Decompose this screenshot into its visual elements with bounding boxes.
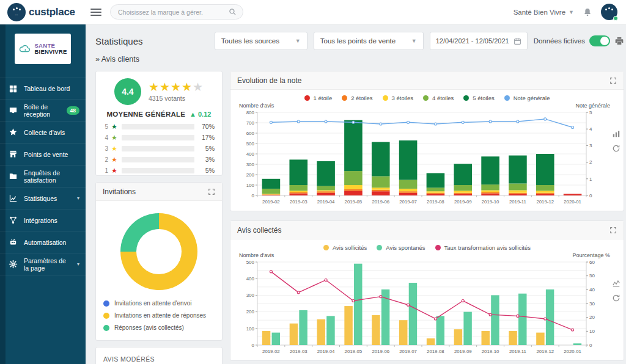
caret-icon: ▾ bbox=[77, 195, 79, 201]
refresh-icon[interactable] bbox=[612, 294, 620, 302]
svg-text:2019-10: 2019-10 bbox=[482, 349, 499, 354]
sidebar-menu: Tableau de bordBoîte de réception48Colle… bbox=[0, 78, 86, 275]
stars-rating: ★★★★★ bbox=[149, 81, 204, 93]
sidebar-item-gear[interactable]: Paramètres de la page▾ bbox=[0, 253, 86, 275]
expand-icon[interactable] bbox=[609, 77, 617, 84]
search-icon[interactable] bbox=[229, 8, 237, 16]
y-axis-label: Nombre d'avis bbox=[239, 252, 274, 258]
avis-moderes-card: AVIS MODÉRÉS bbox=[95, 347, 223, 364]
svg-text:400: 400 bbox=[246, 276, 255, 282]
avis-collectes-card: Avis collectés Avis sollicitésAvis spont… bbox=[230, 220, 624, 361]
legend-item: Avis spontanés bbox=[377, 244, 425, 251]
custplace-logo[interactable]: ··· custplace bbox=[9, 4, 86, 20]
svg-text:2019-06: 2019-06 bbox=[372, 199, 389, 205]
svg-text:2019-03: 2019-03 bbox=[290, 349, 307, 354]
user-avatar[interactable] bbox=[601, 4, 617, 20]
svg-text:100: 100 bbox=[246, 183, 255, 188]
pos-filter-select[interactable]: Tous les points de vente ▼ bbox=[314, 32, 424, 50]
rating-distribution: 5★70%4★17%3★5%2★3%1★5% bbox=[103, 123, 215, 174]
sidebar-item-label: Points de vente bbox=[24, 151, 68, 158]
svg-text:2019-07: 2019-07 bbox=[399, 349, 417, 354]
sidebar-item-label: Collecte d'avis bbox=[24, 129, 65, 136]
svg-text:2019-09: 2019-09 bbox=[454, 199, 472, 205]
trend-value: ▲ 0.12 bbox=[190, 111, 211, 118]
sante-bienvivre-cloud-icon bbox=[18, 43, 32, 54]
svg-text:2019-12: 2019-12 bbox=[536, 199, 554, 205]
topbar: ··· custplace Santé Bien Vivre ▼ bbox=[0, 0, 626, 24]
svg-text:2019-02: 2019-02 bbox=[262, 349, 280, 354]
sidebar-item-grid[interactable]: Tableau de bord bbox=[0, 78, 86, 100]
client-logo-card[interactable]: SANTÉ BIENVIVRE bbox=[15, 34, 71, 64]
print-icon[interactable] bbox=[614, 36, 624, 46]
chevron-down-icon: ▼ bbox=[569, 9, 574, 15]
svg-text:1: 1 bbox=[589, 177, 592, 182]
svg-text:2020-01: 2020-01 bbox=[564, 199, 581, 205]
fake-data-label: Données fictives bbox=[534, 37, 585, 45]
gear-icon bbox=[9, 260, 18, 269]
svg-text:500: 500 bbox=[246, 260, 255, 265]
sidebar-item-inbox[interactable]: Boîte de réception48 bbox=[0, 100, 86, 122]
y2-axis-label: Pourcentage % bbox=[572, 252, 610, 258]
line-chart-type-icon[interactable] bbox=[612, 279, 620, 288]
svg-text:60: 60 bbox=[589, 260, 595, 265]
y-axis-label: Nombre d'avis bbox=[239, 103, 274, 109]
votes-count: 4315 votants bbox=[149, 95, 204, 102]
rating-bar-1-stars: 1★5% bbox=[103, 167, 215, 174]
brand-switcher[interactable]: Santé Bien Vivre ▼ bbox=[514, 9, 574, 16]
svg-text:2020-01: 2020-01 bbox=[564, 349, 581, 354]
svg-text:200: 200 bbox=[246, 172, 255, 178]
svg-text:600: 600 bbox=[246, 131, 255, 136]
sidebar-item-robot[interactable]: Automatisation bbox=[0, 231, 86, 253]
svg-text:2019-04: 2019-04 bbox=[317, 349, 335, 354]
robot-icon bbox=[9, 238, 18, 247]
bar-chart-type-icon[interactable] bbox=[612, 129, 620, 138]
evolution-note-card: Evolution de la note 1 étoile2 étoiles3 … bbox=[230, 71, 624, 211]
hamburger-menu-icon[interactable] bbox=[90, 7, 101, 18]
store-icon bbox=[9, 150, 18, 159]
avis-collectes-chart: 010020030040050001020304050602019-022019… bbox=[230, 258, 624, 357]
integrations-icon bbox=[9, 216, 18, 225]
notifications-bell-icon[interactable] bbox=[583, 7, 592, 17]
date-range-value: 12/04/2021 - 12/05/2021 bbox=[436, 37, 509, 45]
sources-filter-value: Toutes les sources bbox=[221, 37, 279, 45]
avis-collectes-chart-legend: Avis sollicitésAvis spontanésTaux transf… bbox=[230, 244, 624, 251]
unread-count-badge: 48 bbox=[67, 106, 79, 115]
svg-text:3: 3 bbox=[589, 143, 592, 148]
sidebar-item-label: Paramètres de la page bbox=[24, 257, 71, 272]
sidebar: SANTÉ BIENVIVRE Tableau de bordBoîte de … bbox=[0, 24, 86, 364]
date-range-picker[interactable]: 12/04/2021 - 12/05/2021 bbox=[430, 32, 528, 50]
custplace-badge-icon: ··· bbox=[9, 4, 24, 20]
invitations-legend: Invitations en attente d'envoiInvitation… bbox=[103, 300, 215, 331]
sources-filter-select[interactable]: Toutes les sources ▼ bbox=[215, 32, 307, 50]
sidebar-item-store[interactable]: Points de vente bbox=[0, 144, 86, 166]
legend-item: 5 étoiles bbox=[463, 95, 494, 101]
brand-search[interactable] bbox=[110, 4, 243, 20]
svg-text:800: 800 bbox=[246, 110, 255, 115]
expand-icon[interactable] bbox=[609, 227, 617, 234]
sidebar-item-survey[interactable]: Enquêtes de satisfaction bbox=[0, 166, 86, 187]
invitations-title: Invitations bbox=[103, 187, 136, 196]
custplace-wordmark: custplace bbox=[29, 6, 75, 18]
invitations-card: Invitations Invitations en attente d'env… bbox=[95, 182, 223, 341]
y2-axis-label: Note générale bbox=[575, 103, 610, 109]
svg-text:40: 40 bbox=[589, 287, 595, 293]
search-input[interactable] bbox=[117, 8, 221, 16]
client-logo-line2: BIENVIVRE bbox=[34, 49, 67, 55]
caret-icon: ▾ bbox=[77, 261, 79, 267]
stats-icon bbox=[9, 194, 18, 203]
fake-data-toggle[interactable] bbox=[589, 35, 610, 46]
sidebar-item-label: Enquêtes de satisfaction bbox=[24, 169, 79, 184]
average-score-badge: 4.4 bbox=[114, 78, 141, 105]
svg-text:200: 200 bbox=[246, 309, 255, 315]
svg-text:2019-06: 2019-06 bbox=[372, 349, 389, 354]
expand-icon[interactable] bbox=[208, 188, 215, 195]
legend-item: Invitations en attente d'envoi bbox=[103, 300, 215, 307]
sidebar-item-label: Boîte de réception bbox=[24, 103, 61, 118]
grid-icon bbox=[9, 84, 18, 93]
refresh-icon[interactable] bbox=[612, 144, 620, 153]
sidebar-item-integrations[interactable]: Intégrations bbox=[0, 209, 86, 231]
rating-summary-card: 4.4 ★★★★★ 4315 votants MOYENNE GÉNÉRALE … bbox=[95, 71, 223, 176]
sidebar-item-star[interactable]: Collecte d'avis bbox=[0, 122, 86, 144]
chevron-down-icon: ▼ bbox=[295, 38, 301, 44]
sidebar-item-stats[interactable]: Statistiques▾ bbox=[0, 187, 86, 209]
